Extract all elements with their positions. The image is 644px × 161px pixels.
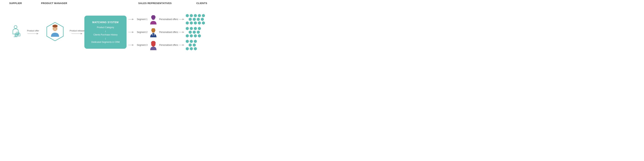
offer-arrow-2 — [179, 31, 184, 34]
offer-text-1: Personalised offers — [159, 18, 178, 21]
svg-point-13 — [52, 25, 58, 28]
svg-point-14 — [54, 29, 54, 29]
svg-marker-26 — [198, 14, 201, 17]
svg-marker-38 — [132, 32, 134, 33]
offer-2: Personalised offers — [159, 31, 184, 34]
svg-marker-55 — [198, 34, 201, 38]
svg-marker-25 — [194, 14, 197, 17]
offer-text-2: Personalised offers — [159, 31, 178, 34]
svg-marker-50 — [193, 31, 196, 34]
svg-marker-52 — [186, 34, 189, 38]
svg-marker-53 — [190, 34, 193, 38]
supplier-icon — [9, 25, 22, 40]
header-pm: PRODUCT MANAGER — [40, 2, 68, 5]
svg-marker-44 — [182, 32, 184, 33]
hex-row-3b — [188, 43, 196, 47]
svg-marker-67 — [190, 47, 193, 50]
header-clients: CLIENTS — [189, 2, 214, 5]
svg-marker-48 — [198, 27, 201, 30]
svg-marker-45 — [186, 27, 189, 30]
svg-marker-60 — [182, 44, 184, 46]
svg-marker-63 — [194, 40, 197, 43]
svg-marker-61 — [186, 40, 189, 43]
svg-marker-24 — [190, 14, 193, 17]
segment-row-3: Segment 3 Personalised offers — [128, 39, 205, 52]
hex-row-2c — [186, 34, 201, 38]
avatar-1 — [148, 15, 158, 24]
hex-row-2b — [188, 30, 200, 34]
svg-marker-30 — [197, 18, 200, 21]
seg1-connector — [128, 18, 134, 21]
segment-row-2: Segment 2 Personalised offers — [128, 26, 205, 39]
pm-avatar — [46, 22, 64, 42]
offer-arrow-1 — [179, 18, 184, 21]
seg3-connector — [128, 44, 134, 46]
segment-3-label: Segment 3 — [135, 44, 148, 46]
svg-marker-28 — [189, 18, 192, 21]
svg-marker-23 — [186, 14, 189, 17]
matching-arrow-1: ↓ — [105, 29, 106, 33]
hex-row-1a — [186, 14, 205, 18]
hex-row-3a — [186, 40, 197, 43]
matching-system-title: MATCHING SYSTEM — [92, 21, 118, 24]
sales-rep-2-icon — [149, 27, 158, 37]
sales-rep-1-icon — [149, 14, 158, 25]
header-sales-reps: SALES REPRESENTATIVES — [125, 2, 185, 5]
svg-point-0 — [14, 26, 17, 29]
hex-row-2a — [186, 27, 201, 30]
svg-marker-54 — [194, 34, 197, 38]
avatar-2 — [148, 27, 158, 37]
svg-marker-31 — [201, 18, 204, 21]
matching-step-3: Dedicated Segments in CRM — [91, 41, 120, 44]
segment-2-label: Segment 2 — [135, 31, 148, 34]
svg-marker-51 — [197, 31, 200, 34]
svg-marker-65 — [193, 43, 196, 47]
svg-marker-36 — [202, 21, 205, 25]
arrow-right-2 — [72, 32, 82, 35]
hex-row-1c — [186, 21, 205, 25]
segment-1-label: Segment 1 — [135, 18, 148, 21]
svg-marker-57 — [132, 44, 134, 46]
svg-marker-35 — [198, 21, 201, 25]
matching-step-1: Product Category — [97, 26, 114, 29]
matching-arrow-2: ↓ — [105, 37, 106, 40]
svg-marker-64 — [189, 43, 192, 47]
sales-rep-3-icon — [149, 40, 158, 50]
svg-marker-17 — [81, 33, 82, 34]
client-hex-3 — [186, 40, 197, 51]
offer-1: Personalised offers — [159, 18, 184, 21]
product-offer-arrow: Product offer — [26, 30, 40, 35]
svg-marker-68 — [194, 47, 197, 50]
svg-marker-27 — [202, 14, 205, 17]
svg-point-15 — [56, 29, 56, 29]
product-offer-label: Product offer — [27, 30, 39, 32]
svg-marker-33 — [190, 21, 193, 25]
arrow-right-1 — [28, 32, 38, 35]
supplier-section — [6, 25, 26, 40]
svg-marker-46 — [190, 27, 193, 30]
svg-marker-29 — [193, 18, 196, 21]
header-supplier: SUPPLIER — [6, 2, 26, 5]
segments-section: Segment 1 Personalised offers — [128, 13, 205, 52]
client-hex-1 — [186, 14, 205, 25]
product-release-label: Product release — [70, 30, 84, 32]
matching-system-box: MATCHING SYSTEM Product Category ↓ Clien… — [84, 16, 126, 49]
svg-marker-49 — [189, 31, 192, 34]
matching-step-2: Clients Purchase History — [93, 33, 118, 36]
svg-marker-19 — [132, 19, 134, 20]
avatar-3 — [148, 40, 158, 50]
svg-marker-10 — [37, 33, 38, 34]
hex-row-1b — [188, 18, 204, 21]
product-release-arrow: Product release — [70, 30, 84, 35]
client-hex-2 — [186, 27, 201, 38]
svg-marker-66 — [186, 47, 189, 50]
offer-arrow-3 — [179, 44, 184, 46]
offer-text-3: Personalised offers — [159, 44, 178, 46]
seg2-connector — [128, 31, 134, 34]
svg-marker-62 — [190, 40, 193, 43]
pm-section — [40, 22, 70, 42]
diagram: Product offer — [0, 11, 220, 53]
segment-row-1: Segment 1 Personalised offers — [128, 13, 205, 26]
svg-rect-42 — [152, 33, 154, 35]
svg-marker-22 — [182, 19, 184, 20]
